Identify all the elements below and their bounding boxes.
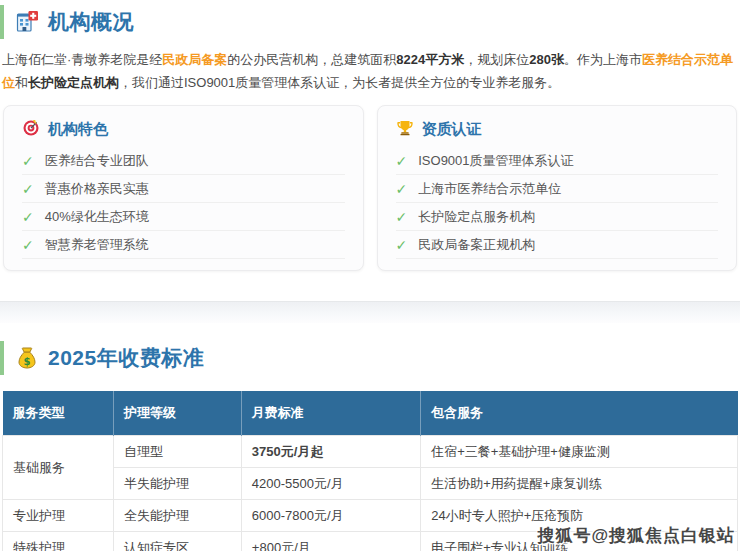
svg-text:$: $ bbox=[24, 356, 31, 367]
money-bag-icon: $ bbox=[15, 346, 39, 370]
page: 机构概况 上海佰仁堂·青墩养老院是经民政局备案的公办民营机构，总建筑面积8224… bbox=[0, 0, 740, 551]
price-cell: +800元/月 bbox=[241, 532, 420, 551]
service-type-cell: 特殊护理 bbox=[3, 532, 114, 551]
certifications-list: ✓ISO9001质量管理体系认证✓上海市医养结合示范单位✓长护险定点服务机构✓民… bbox=[396, 147, 719, 259]
section-pricing-header: $ 2025年收费标准 bbox=[0, 341, 740, 375]
table-row: 半失能护理4200-5500元/月生活协助+用药提醒+康复训练 bbox=[3, 468, 738, 500]
service-type-cell: 基础服务 bbox=[3, 436, 114, 500]
pricing-column-header: 服务类型 bbox=[3, 391, 114, 436]
list-item-label: 民政局备案正规机构 bbox=[418, 236, 535, 254]
list-item: ✓民政局备案正规机构 bbox=[396, 231, 719, 259]
intro-segment: ，我们通过ISO9001质量管理体系认证，为长者提供全方位的专业养老服务。 bbox=[119, 75, 560, 90]
watermark: 搜狐号@搜狐焦点白银站 bbox=[537, 524, 735, 547]
check-icon: ✓ bbox=[22, 182, 34, 196]
features-card-title: 机构特色 bbox=[48, 120, 108, 139]
check-icon: ✓ bbox=[396, 210, 408, 224]
included-services-cell: 生活协助+用药提醒+康复训练 bbox=[421, 468, 738, 500]
list-item-label: 上海市医养结合示范单位 bbox=[418, 180, 561, 198]
trophy-icon bbox=[396, 119, 414, 140]
included-services-cell: 住宿+三餐+基础护理+健康监测 bbox=[421, 436, 738, 468]
list-item: ✓普惠价格亲民实惠 bbox=[22, 175, 345, 203]
intro-segment: 280张 bbox=[529, 52, 564, 67]
check-icon: ✓ bbox=[396, 154, 408, 168]
section-divider bbox=[0, 301, 740, 323]
table-row: 基础服务自理型3750元/月起住宿+三餐+基础护理+健康监测 bbox=[3, 436, 738, 468]
certifications-card: 资质认证 ✓ISO9001质量管理体系认证✓上海市医养结合示范单位✓长护险定点服… bbox=[377, 105, 738, 271]
certifications-card-header: 资质认证 bbox=[396, 119, 719, 140]
check-icon: ✓ bbox=[22, 210, 34, 224]
list-item: ✓长护险定点服务机构 bbox=[396, 203, 719, 231]
care-level-cell: 自理型 bbox=[113, 436, 241, 468]
pricing-column-header: 护理等级 bbox=[113, 391, 241, 436]
service-type-cell: 专业护理 bbox=[3, 500, 114, 532]
pricing-title: 2025年收费标准 bbox=[48, 344, 204, 372]
features-list: ✓医养结合专业团队✓普惠价格亲民实惠✓40%绿化生态环境✓智慧养老管理系统 bbox=[22, 147, 345, 259]
pricing-column-header: 月费标准 bbox=[241, 391, 420, 436]
list-item-label: 长护险定点服务机构 bbox=[418, 208, 535, 226]
check-icon: ✓ bbox=[22, 238, 34, 252]
list-item-label: 40%绿化生态环境 bbox=[45, 208, 149, 226]
care-level-cell: 全失能护理 bbox=[113, 500, 241, 532]
list-item-label: 智慧养老管理系统 bbox=[45, 236, 149, 254]
list-item-label: ISO9001质量管理体系认证 bbox=[418, 152, 573, 170]
overview-intro-paragraph: 上海佰仁堂·青墩养老院是经民政局备案的公办民营机构，总建筑面积8224平方米，规… bbox=[2, 48, 736, 94]
features-card: 机构特色 ✓医养结合专业团队✓普惠价格亲民实惠✓40%绿化生态环境✓智慧养老管理… bbox=[3, 105, 364, 271]
info-cards: 机构特色 ✓医养结合专业团队✓普惠价格亲民实惠✓40%绿化生态环境✓智慧养老管理… bbox=[3, 105, 737, 271]
price-cell: 3750元/月起 bbox=[241, 436, 420, 468]
list-item-label: 普惠价格亲民实惠 bbox=[45, 180, 149, 198]
intro-segment: 民政局备案 bbox=[162, 52, 227, 67]
price-cell: 4200-5500元/月 bbox=[241, 468, 420, 500]
list-item-label: 医养结合专业团队 bbox=[45, 152, 149, 170]
intro-segment: ，规划床位 bbox=[464, 52, 529, 67]
intro-segment: 上海佰仁堂·青墩养老院是经 bbox=[2, 52, 162, 67]
price-cell: 6000-7800元/月 bbox=[241, 500, 420, 532]
list-item: ✓智慧养老管理系统 bbox=[22, 231, 345, 259]
intro-segment: 的公办民营机构，总建筑面积 bbox=[227, 52, 396, 67]
hospital-icon bbox=[15, 10, 39, 34]
intro-segment: 长护险定点机构 bbox=[28, 75, 119, 90]
check-icon: ✓ bbox=[396, 238, 408, 252]
certifications-card-title: 资质认证 bbox=[422, 120, 482, 139]
pricing-table-header-row: 服务类型护理等级月费标准包含服务 bbox=[3, 391, 738, 436]
intro-segment: 和 bbox=[15, 75, 28, 90]
intro-segment: 。作为上海市 bbox=[564, 52, 642, 67]
list-item: ✓40%绿化生态环境 bbox=[22, 203, 345, 231]
pricing-column-header: 包含服务 bbox=[421, 391, 738, 436]
overview-title: 机构概况 bbox=[48, 8, 134, 36]
check-icon: ✓ bbox=[396, 182, 408, 196]
list-item: ✓ISO9001质量管理体系认证 bbox=[396, 147, 719, 175]
care-level-cell: 认知症专区 bbox=[113, 532, 241, 551]
list-item: ✓上海市医养结合示范单位 bbox=[396, 175, 719, 203]
features-card-header: 机构特色 bbox=[22, 119, 345, 140]
list-item: ✓医养结合专业团队 bbox=[22, 147, 345, 175]
section-overview-header: 机构概况 bbox=[0, 5, 740, 39]
check-icon: ✓ bbox=[22, 154, 34, 168]
target-icon bbox=[22, 119, 40, 140]
care-level-cell: 半失能护理 bbox=[113, 468, 241, 500]
intro-segment: 8224平方米 bbox=[396, 52, 464, 67]
